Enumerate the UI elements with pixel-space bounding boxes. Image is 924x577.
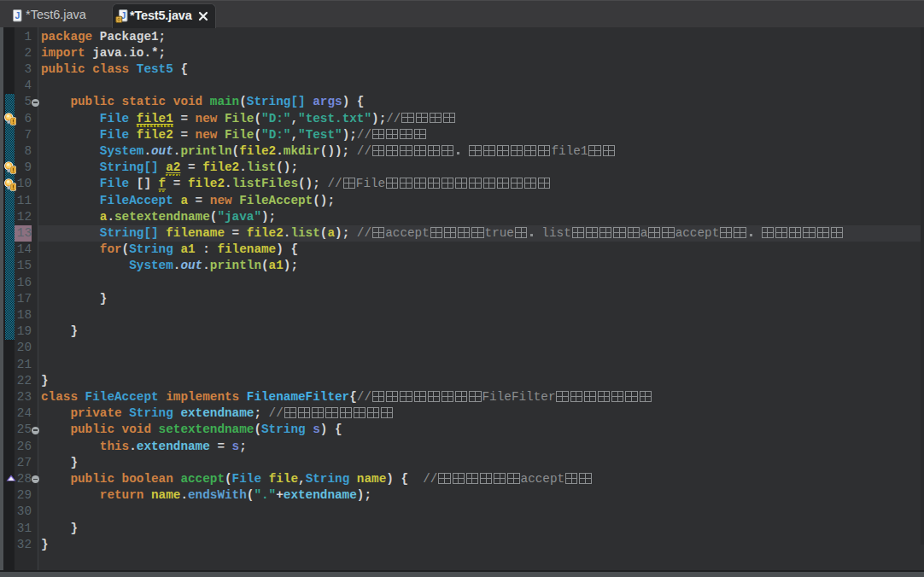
svg-text:J: J bbox=[15, 10, 20, 20]
